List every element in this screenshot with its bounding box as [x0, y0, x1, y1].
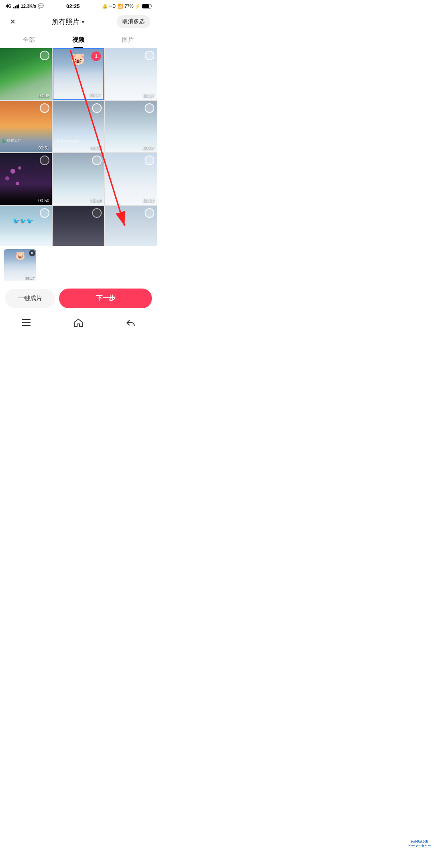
album-dropdown-arrow: ▾ [82, 18, 84, 25]
album-title-container[interactable]: 所有照片 ▾ [52, 17, 84, 27]
media-cell-4[interactable]: 🐉格式工厂 00:51 [0, 101, 52, 153]
signal-bar-2 [15, 6, 16, 8]
duration-9: 00:30 [143, 198, 154, 203]
status-left: 4G 12.3K/s 💬 [6, 3, 44, 9]
selected-pig-emoji: 🐷 [15, 251, 25, 260]
media-cell-11[interactable] [53, 206, 104, 246]
duration-3: 00:17 [143, 93, 154, 98]
bottom-actions: 一键成片 下一步 [0, 285, 157, 314]
signal-bar-1 [13, 7, 14, 8]
tab-video-label: 视频 [72, 36, 84, 43]
media-cell-3[interactable]: 00:17 [105, 48, 157, 100]
duration-5: 00:14 [91, 145, 102, 150]
notification-icon: 🔔 [102, 4, 108, 9]
bottom-nav-back[interactable] [126, 319, 135, 327]
tab-bar: 全部 视频 图片 [0, 32, 157, 48]
duration-8: 00:14 [91, 198, 102, 203]
close-button[interactable]: × [6, 16, 19, 27]
duration-1: 00:06 [38, 93, 49, 98]
media-grid: 00:06 🐷 1 00:17 00:17 🐉格式工厂 00:51 平和惊鸿·你… [0, 48, 157, 246]
auto-create-button[interactable]: 一键成片 [5, 289, 55, 308]
watermark-4: 🐉格式工厂 [2, 138, 21, 143]
watermark-5: 平和惊鸿·你何处情... [54, 139, 84, 143]
media-cell-12[interactable] [105, 206, 157, 246]
media-cell-10[interactable]: 🐦🐦🐦 [0, 206, 52, 246]
media-cell-6[interactable]: 00:07 [105, 101, 157, 153]
top-nav: × 所有照片 ▾ 取消多选 [0, 11, 157, 32]
bottom-nav-menu[interactable] [22, 319, 31, 326]
duration-6: 00:07 [143, 145, 154, 150]
battery-percent: 77% [125, 4, 133, 8]
bottom-nav-home[interactable] [74, 318, 83, 327]
media-cell-2[interactable]: 🐷 1 00:17 [53, 48, 104, 100]
album-title-text: 所有照片 [52, 17, 79, 27]
selected-duration-1: 00:17 [25, 276, 35, 280]
media-cell-5[interactable]: 平和惊鸿·你何处情... 00:14 [53, 101, 104, 153]
time-display: 02:25 [66, 3, 80, 9]
tab-all[interactable]: 全部 [4, 32, 53, 48]
signal-bars [13, 4, 19, 8]
selected-strip: 🐷 00:17 ✕ [0, 246, 157, 285]
duration-7: 00:50 [38, 198, 49, 203]
speed-label: 12.3K/s [21, 4, 37, 8]
cancel-multi-select-button[interactable]: 取消多选 [117, 15, 150, 28]
status-bar: 4G 12.3K/s 💬 02:25 🔔 HD 📶 77% ⚡ [0, 0, 157, 11]
select-circle-3[interactable] [145, 51, 154, 60]
duration-2: 00:17 [90, 92, 101, 97]
carrier-label: 4G [6, 4, 12, 8]
svg-rect-3 [22, 322, 31, 323]
media-cell-8[interactable]: 00:14 [53, 153, 104, 205]
select-circle-6[interactable] [145, 103, 154, 113]
svg-rect-2 [22, 319, 31, 320]
media-cell-9[interactable]: 00:30 [105, 153, 157, 205]
duration-4: 00:51 [38, 145, 49, 150]
selected-remove-button-1[interactable]: ✕ [29, 250, 35, 256]
next-step-button[interactable]: 下一步 [59, 289, 152, 308]
wifi-icon: 📶 [117, 4, 123, 9]
bottom-nav [0, 314, 157, 333]
select-circle-12[interactable] [145, 208, 154, 218]
media-cell-1[interactable]: 00:06 [0, 48, 52, 100]
battery-icon [142, 4, 151, 8]
signal-bar-4 [18, 4, 19, 8]
select-circle-7[interactable] [40, 156, 49, 165]
select-circle-1[interactable] [40, 51, 49, 60]
tab-all-label: 全部 [23, 36, 35, 43]
status-right: 🔔 HD 📶 77% ⚡ [102, 4, 151, 9]
battery-fill [143, 4, 149, 8]
svg-rect-4 [22, 325, 31, 326]
charging-icon: ⚡ [135, 4, 141, 9]
hd-label: HD [109, 4, 116, 8]
pig-emoji-2: 🐷 [71, 52, 85, 66]
wechat-icon: 💬 [38, 3, 44, 9]
tab-photo-label: 图片 [122, 36, 134, 43]
media-grid-wrapper: 00:06 🐷 1 00:17 00:17 🐉格式工厂 00:51 平和惊鸿·你… [0, 48, 157, 246]
selected-thumb-1[interactable]: 🐷 00:17 ✕ [4, 249, 36, 281]
select-circle-4[interactable] [40, 103, 49, 113]
media-cell-7[interactable]: 00:50 [0, 153, 52, 205]
tab-video[interactable]: 视频 [53, 32, 103, 48]
select-circle-5[interactable] [92, 103, 102, 113]
select-circle-10[interactable] [40, 208, 49, 218]
signal-bar-3 [16, 5, 18, 8]
tab-photo[interactable]: 图片 [103, 32, 153, 48]
